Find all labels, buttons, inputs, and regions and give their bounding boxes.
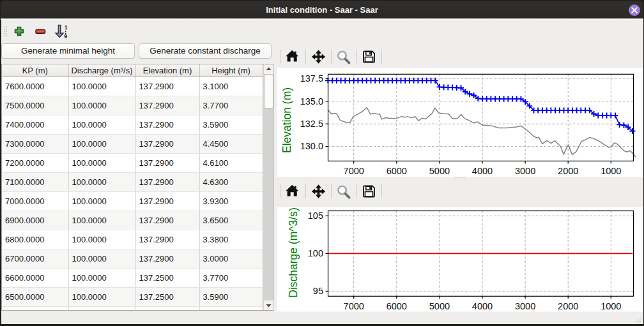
svg-text:9: 9 <box>65 34 68 40</box>
svg-text:130.0: 130.0 <box>300 141 323 151</box>
svg-text:2000: 2000 <box>558 301 578 311</box>
svg-text:Elevation (m): Elevation (m) <box>280 87 293 153</box>
svg-text:6000: 6000 <box>387 166 407 176</box>
svg-text:2000: 2000 <box>558 166 578 176</box>
svg-text:Discharge (m^3/s): Discharge (m^3/s) <box>287 207 300 297</box>
svg-text:4000: 4000 <box>472 166 493 176</box>
svg-text:132.5: 132.5 <box>300 119 323 129</box>
svg-text:95: 95 <box>313 286 323 296</box>
svg-text:3000: 3000 <box>515 166 535 176</box>
svg-text:100: 100 <box>308 248 323 258</box>
svg-text:135.0: 135.0 <box>300 96 323 107</box>
svg-text:5000: 5000 <box>429 301 450 311</box>
svg-text:105: 105 <box>308 211 323 221</box>
svg-text:7000: 7000 <box>344 166 364 176</box>
svg-text:6000: 6000 <box>387 301 407 311</box>
svg-text:1000: 1000 <box>601 166 621 176</box>
svg-text:137.5: 137.5 <box>300 73 323 84</box>
svg-text:4000: 4000 <box>472 301 493 311</box>
svg-text:3000: 3000 <box>515 301 535 311</box>
svg-text:5000: 5000 <box>429 166 450 176</box>
svg-text:7000: 7000 <box>344 301 364 311</box>
svg-text:1000: 1000 <box>601 301 621 311</box>
svg-text:1: 1 <box>65 25 68 31</box>
